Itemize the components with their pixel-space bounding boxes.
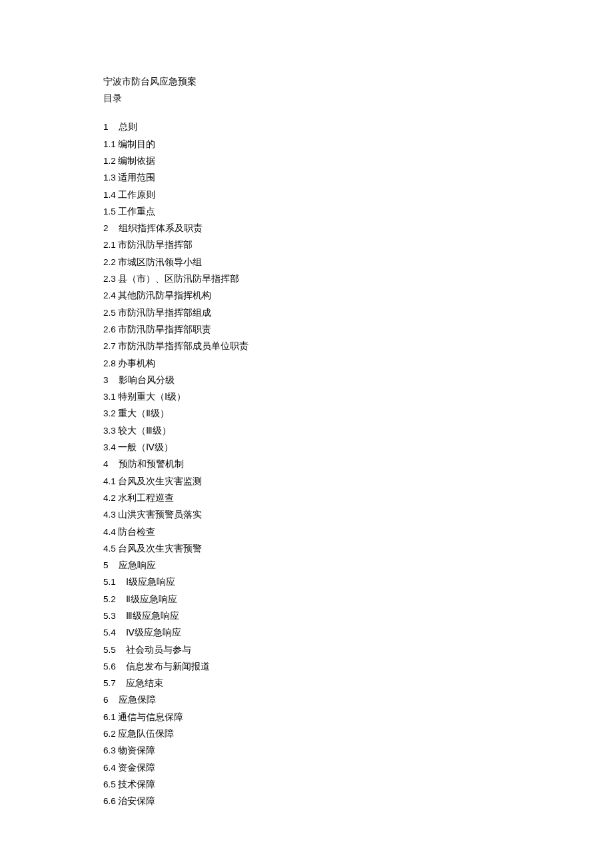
toc-number: 6.2 bbox=[103, 729, 116, 739]
toc-entry: 2.3县（市）、区防汛防旱指挥部 bbox=[103, 270, 510, 287]
toc-number: 5.3 bbox=[103, 611, 116, 621]
toc-entry: 6.3物资保障 bbox=[103, 742, 510, 759]
toc-text: 治安保障 bbox=[118, 796, 155, 806]
toc-entry: 2.5市防汛防旱指挥部组成 bbox=[103, 304, 510, 321]
toc-text: 市防汛防旱指挥部职责 bbox=[118, 324, 211, 334]
toc-text: 重大（Ⅱ级） bbox=[118, 408, 169, 418]
toc-entry: 4.4防台检查 bbox=[103, 524, 510, 540]
toc-entry: 3影响台风分级 bbox=[103, 372, 510, 388]
toc-text: 特别重大（Ⅰ级） bbox=[118, 392, 186, 402]
toc-text: 资金保障 bbox=[118, 763, 155, 773]
toc-entry: 3.4一般（Ⅳ级） bbox=[103, 439, 510, 456]
toc-text: 防台检查 bbox=[118, 527, 155, 537]
toc-text: Ⅲ级应急响应 bbox=[126, 611, 179, 621]
toc-entry: 3.3较大（Ⅲ级） bbox=[103, 422, 510, 439]
toc-number: 1.1 bbox=[103, 139, 116, 149]
toc-entry: 2.6市防汛防旱指挥部职责 bbox=[103, 321, 510, 338]
toc-entry: 2组织指挥体系及职责 bbox=[103, 220, 510, 236]
toc-text: 其他防汛防旱指挥机构 bbox=[118, 290, 211, 300]
toc-text: 县（市）、区防汛防旱指挥部 bbox=[118, 274, 239, 284]
toc-number: 2 bbox=[103, 223, 109, 233]
toc-entry: 2.4其他防汛防旱指挥机构 bbox=[103, 287, 510, 304]
toc-number: 3.4 bbox=[103, 442, 116, 452]
toc-text: Ⅳ级应急响应 bbox=[126, 628, 181, 638]
toc-entry: 1.2编制依据 bbox=[103, 153, 510, 169]
document-page: 宁波市防台风应急预案 目录 1总则1.1编制目的1.2编制依据1.3适用范围1.… bbox=[0, 0, 613, 863]
toc-number: 5.5 bbox=[103, 645, 116, 655]
toc-entry: 5.4Ⅳ级应急响应 bbox=[103, 624, 510, 641]
toc-entry: 2.2市城区防汛领导小组 bbox=[103, 254, 510, 270]
toc-entry: 1.4工作原则 bbox=[103, 187, 510, 203]
toc-text: 组织指挥体系及职责 bbox=[119, 223, 203, 233]
toc-entry: 5.7应急结束 bbox=[103, 675, 510, 691]
toc-text: 预防和预警机制 bbox=[119, 459, 184, 469]
toc-entry: 3.1特别重大（Ⅰ级） bbox=[103, 388, 510, 405]
toc-entry: 1.5工作重点 bbox=[103, 203, 510, 220]
toc-entry: 2.7市防汛防旱指挥部成员单位职责 bbox=[103, 338, 510, 354]
toc-entry: 5.6信息发布与新闻报道 bbox=[103, 658, 510, 675]
toc-entry: 4.1台风及次生灾害监测 bbox=[103, 473, 510, 490]
toc-entry: 5.3Ⅲ级应急响应 bbox=[103, 608, 510, 624]
toc-text: 物资保障 bbox=[118, 745, 155, 755]
toc-number: 2.8 bbox=[103, 358, 116, 368]
toc-text: 编制依据 bbox=[118, 156, 155, 166]
toc-text: 台风及次生灾害预警 bbox=[118, 544, 202, 554]
toc-text: 台风及次生灾害监测 bbox=[118, 476, 202, 486]
toc-entry: 6.4资金保障 bbox=[103, 759, 510, 776]
toc-number: 4.1 bbox=[103, 476, 116, 486]
toc-text: 市防汛防旱指挥部 bbox=[118, 240, 193, 250]
document-title: 宁波市防台风应急预案 bbox=[103, 73, 510, 90]
toc-number: 1.3 bbox=[103, 173, 116, 183]
toc-entry: 5.5社会动员与参与 bbox=[103, 642, 510, 658]
toc-number: 5.7 bbox=[103, 678, 116, 688]
toc-number: 4.2 bbox=[103, 493, 116, 503]
toc-number: 4.4 bbox=[103, 527, 116, 537]
toc-number: 2.1 bbox=[103, 240, 116, 250]
toc-text: 市防汛防旱指挥部组成 bbox=[118, 308, 211, 318]
toc-entry: 6应急保障 bbox=[103, 691, 510, 708]
toc-entry: 4.5台风及次生灾害预警 bbox=[103, 540, 510, 557]
toc-number: 4.3 bbox=[103, 510, 116, 520]
toc-text: 应急响应 bbox=[119, 560, 156, 570]
toc-number: 5.4 bbox=[103, 628, 116, 638]
toc-text: 工作重点 bbox=[118, 207, 155, 217]
toc-number: 6.5 bbox=[103, 779, 116, 789]
toc-number: 5.2 bbox=[103, 594, 116, 604]
toc-number: 2.2 bbox=[103, 257, 116, 267]
document-subtitle: 目录 bbox=[103, 90, 510, 107]
table-of-contents: 1总则1.1编制目的1.2编制依据1.3适用范围1.4工作原则1.5工作重点2组… bbox=[103, 119, 510, 809]
toc-number: 2.7 bbox=[103, 341, 116, 351]
toc-number: 3.3 bbox=[103, 426, 116, 436]
toc-text: 编制目的 bbox=[118, 139, 155, 149]
toc-number: 1.2 bbox=[103, 156, 116, 166]
toc-number: 1.4 bbox=[103, 190, 116, 200]
toc-text: 水利工程巡查 bbox=[118, 493, 174, 503]
toc-number: 2.3 bbox=[103, 274, 116, 284]
toc-text: 一般（Ⅳ级） bbox=[118, 442, 173, 452]
toc-number: 5 bbox=[103, 560, 109, 570]
toc-number: 6.6 bbox=[103, 796, 116, 806]
toc-number: 5.6 bbox=[103, 661, 116, 671]
toc-entry: 5应急响应 bbox=[103, 557, 510, 574]
toc-number: 2.5 bbox=[103, 308, 116, 318]
toc-number: 2.6 bbox=[103, 324, 116, 334]
toc-text: 社会动员与参与 bbox=[126, 645, 191, 655]
toc-entry: 4.3山洪灾害预警员落实 bbox=[103, 506, 510, 523]
toc-entry: 2.8办事机构 bbox=[103, 355, 510, 372]
toc-number: 3 bbox=[103, 375, 109, 385]
toc-entry: 4.2水利工程巡查 bbox=[103, 490, 510, 506]
toc-text: 市防汛防旱指挥部成员单位职责 bbox=[118, 341, 249, 351]
toc-number: 3.2 bbox=[103, 408, 116, 418]
toc-text: 通信与信息保障 bbox=[118, 712, 183, 722]
toc-number: 1.5 bbox=[103, 207, 116, 217]
toc-text: 应急保障 bbox=[119, 695, 156, 705]
toc-entry: 1.1编制目的 bbox=[103, 136, 510, 153]
toc-entry: 1.3适用范围 bbox=[103, 169, 510, 186]
toc-entry: 5.2Ⅱ级应急响应 bbox=[103, 591, 510, 608]
toc-text: 技术保障 bbox=[118, 779, 155, 789]
toc-number: 6.3 bbox=[103, 745, 116, 755]
toc-entry: 3.2重大（Ⅱ级） bbox=[103, 405, 510, 422]
toc-number: 6 bbox=[103, 695, 109, 705]
toc-text: 市城区防汛领导小组 bbox=[118, 257, 202, 267]
toc-number: 6.4 bbox=[103, 763, 116, 773]
